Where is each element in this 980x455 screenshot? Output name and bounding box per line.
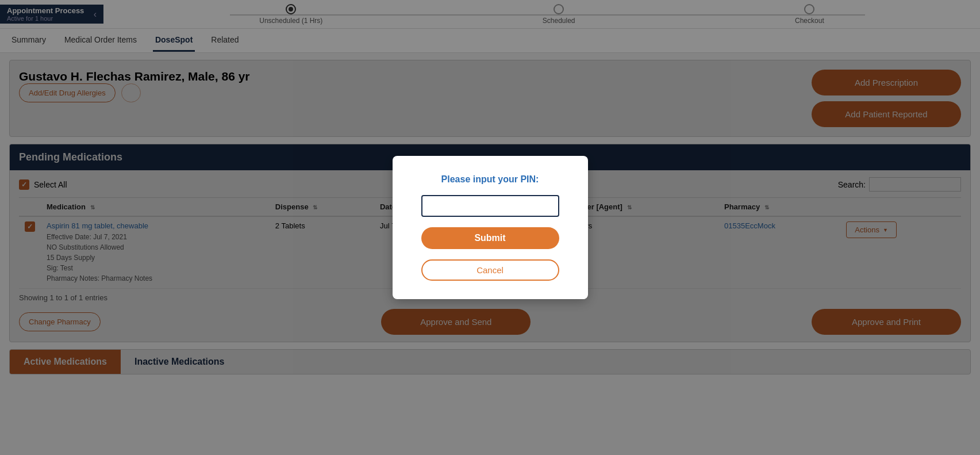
modal-cancel-button[interactable]: Cancel bbox=[421, 259, 559, 281]
modal-overlay: Please input your PIN: Submit Cancel bbox=[0, 0, 980, 381]
pin-input[interactable] bbox=[421, 195, 559, 217]
modal-title: Please input your PIN: bbox=[441, 174, 539, 185]
modal-submit-button[interactable]: Submit bbox=[421, 227, 559, 249]
pin-modal: Please input your PIN: Submit Cancel bbox=[393, 156, 588, 299]
